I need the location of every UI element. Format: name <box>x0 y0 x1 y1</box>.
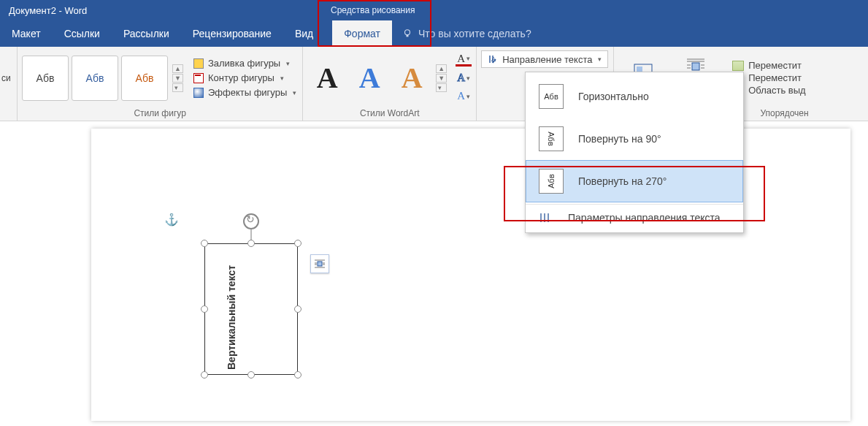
shape-outline-button[interactable]: Контур фигуры▾ <box>192 72 298 84</box>
tab-references[interactable]: Ссылки <box>53 20 112 47</box>
text-direction-button[interactable]: A Направление текста▾ <box>481 50 608 68</box>
shape-effects-button[interactable]: Эффекты фигуры▾ <box>192 86 298 99</box>
tab-review[interactable]: Рецензирование <box>181 20 283 47</box>
tell-me[interactable]: Что вы хотите сделать? <box>392 20 542 47</box>
bring-forward-button[interactable]: Переместит <box>732 60 805 71</box>
wordart-preset-1[interactable]: A <box>307 56 347 101</box>
svg-rect-8 <box>692 63 699 70</box>
dd-item-rotate-270[interactable]: Абв Повернуть на 270° <box>526 160 743 202</box>
rotate270-thumb-icon: Абв <box>539 169 564 194</box>
pencil-icon <box>193 73 204 83</box>
dd-item-params[interactable]: Параметры направления текста... <box>526 206 743 229</box>
gallery-down-icon[interactable]: ▼ <box>172 74 183 83</box>
effects-icon <box>193 88 204 98</box>
dropdown-separator <box>526 204 743 205</box>
text-fill-button[interactable]: A▾ <box>456 53 472 66</box>
contextual-tab-label: Средства рисования <box>318 0 428 20</box>
wa-gallery-more-icon[interactable]: ▾ <box>436 83 447 92</box>
anchor-icon: ⚓ <box>164 213 179 227</box>
sel-handle-mr[interactable] <box>294 305 302 313</box>
group-wordart-styles: A A A ▲ ▼ ▾ A▾ A▾ A▾ Стили WordArt <box>303 47 477 121</box>
sel-handle-ml[interactable] <box>201 305 208 313</box>
tab-layout[interactable]: Макет <box>0 20 53 47</box>
shape-style-preset-1[interactable]: Абв <box>22 56 69 101</box>
horizontal-thumb-icon: Абв <box>539 84 564 109</box>
group-label-shape-styles: Стили фигур <box>22 107 298 120</box>
shape-fill-button[interactable]: Заливка фигуры▾ <box>192 57 298 69</box>
tab-format[interactable]: Формат <box>332 20 392 47</box>
text-effects-button[interactable]: A▾ <box>456 90 472 103</box>
title-bar: Документ2 - Word Средства рисования <box>0 0 868 20</box>
window-title: Документ2 - Word <box>9 5 87 16</box>
tab-view[interactable]: Вид <box>283 20 325 47</box>
paint-bucket-icon <box>193 58 204 69</box>
sel-handle-tl[interactable] <box>201 240 208 247</box>
svg-text:A: A <box>491 56 496 63</box>
dd-item-horizontal[interactable]: Абв Горизонтально <box>526 75 743 118</box>
text-direction-icon: A <box>488 54 498 64</box>
wordart-preset-2[interactable]: A <box>350 56 389 101</box>
text-box-shape[interactable]: Вертикальный текст <box>204 243 298 375</box>
sel-handle-bm[interactable] <box>247 371 255 379</box>
bring-forward-icon <box>732 61 744 71</box>
shape-text: Вертикальный текст <box>226 265 237 370</box>
group-label-wordart: Стили WordArt <box>307 107 472 120</box>
svg-point-0 <box>404 30 410 35</box>
svg-rect-1 <box>406 35 408 37</box>
rotation-handle[interactable] <box>243 213 259 229</box>
shape-style-preset-2[interactable]: Абв <box>72 56 118 101</box>
wa-gallery-down-icon[interactable]: ▼ <box>436 74 447 83</box>
gallery-more-icon[interactable]: ▾ <box>172 83 183 92</box>
tab-mailings[interactable]: Рассылки <box>112 20 181 47</box>
lightbulb-icon <box>402 28 412 39</box>
dd-item-rotate-90[interactable]: Абв Повернуть на 90° <box>526 118 743 160</box>
text-outline-button[interactable]: A▾ <box>456 72 472 85</box>
text-direction-dropdown: Абв Горизонтально Абв Повернуть на 90° А… <box>525 72 744 233</box>
shape-style-preset-3[interactable]: Абв <box>121 56 168 101</box>
group-shape-styles: Абв Абв Абв ▲ ▼ ▾ Заливка фигуры▾ Контур… <box>18 47 303 121</box>
wordart-preset-3[interactable]: A <box>392 56 431 101</box>
layout-options-icon <box>314 259 326 269</box>
wa-gallery-up-icon[interactable]: ▲ <box>436 64 447 73</box>
tell-me-placeholder: Что вы хотите сделать? <box>418 28 531 39</box>
sel-handle-tm[interactable] <box>247 240 255 247</box>
gallery-up-icon[interactable]: ▲ <box>172 64 183 73</box>
rotate90-thumb-icon: Абв <box>539 126 564 151</box>
sel-handle-bl[interactable] <box>201 371 208 379</box>
params-icon <box>539 212 550 224</box>
ribbon-tabs: Макет Ссылки Рассылки Рецензирование Вид… <box>0 20 868 47</box>
sel-handle-tr[interactable] <box>294 240 302 247</box>
layout-options-button[interactable] <box>310 254 329 273</box>
svg-rect-17 <box>318 262 322 266</box>
sel-handle-br[interactable] <box>294 371 302 379</box>
